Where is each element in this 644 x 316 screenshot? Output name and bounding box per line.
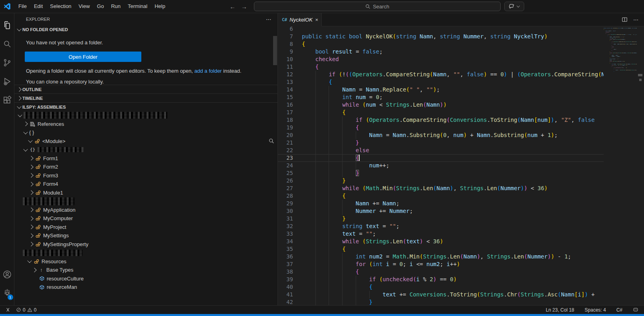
tree-item-references[interactable]: References bbox=[14, 120, 277, 129]
chevron-right-icon[interactable] bbox=[23, 122, 28, 126]
problems-indicator[interactable]: 0 0 bbox=[14, 306, 38, 314]
editor-more-actions-icon[interactable]: ⋯ bbox=[633, 17, 638, 23]
menu-edit[interactable]: Edit bbox=[30, 0, 46, 13]
tree-item-form3[interactable]: Form3 bbox=[14, 171, 277, 180]
menu-file[interactable]: File bbox=[15, 0, 30, 13]
tree-item-myapplication[interactable]: MyApplication bbox=[14, 206, 277, 215]
tree-item-resourceman[interactable]: resourceMan bbox=[14, 283, 277, 292]
indent-guide bbox=[356, 298, 356, 305]
chevron-down-icon[interactable] bbox=[23, 130, 28, 134]
indent-guide bbox=[342, 200, 343, 207]
chevron-right-icon[interactable] bbox=[29, 208, 33, 212]
source-control-activity-icon[interactable] bbox=[1, 55, 14, 71]
vscode-logo-icon bbox=[4, 3, 11, 10]
chevron-right-icon[interactable] bbox=[29, 156, 33, 161]
chevron-down-icon[interactable] bbox=[28, 138, 32, 143]
account-icon[interactable] bbox=[1, 266, 14, 282]
explorer-activity-icon[interactable] bbox=[1, 17, 14, 33]
chevron-right-icon[interactable] bbox=[29, 242, 33, 246]
split-editor-icon[interactable] bbox=[622, 17, 628, 22]
field-icon bbox=[38, 275, 45, 282]
indent-guide bbox=[315, 268, 316, 276]
chevron-right-icon[interactable] bbox=[29, 165, 33, 169]
menu-selection[interactable]: Selection bbox=[46, 0, 75, 13]
tree-item-redacted[interactable] bbox=[14, 248, 277, 257]
tree-item-form1[interactable]: Form1 bbox=[14, 154, 277, 163]
tree-item-form4[interactable]: Form4 bbox=[14, 180, 277, 189]
section-outline[interactable]: OUTLINE bbox=[14, 85, 277, 93]
tree-item-label: resourceCulture bbox=[47, 276, 84, 282]
minimap[interactable]: public static bool NyckelOK(string Namn,… bbox=[604, 26, 637, 305]
cursor-position[interactable]: Ln 23, Col 18 bbox=[544, 306, 576, 314]
menu-terminal[interactable]: Terminal bbox=[124, 0, 151, 13]
chevron-right-icon[interactable] bbox=[32, 268, 36, 272]
indentation-setting[interactable]: Spaces: 4 bbox=[583, 306, 607, 314]
add-a-folder-link[interactable]: add a folder bbox=[194, 68, 222, 74]
copilot-status-icon[interactable] bbox=[631, 306, 640, 314]
indent-guide bbox=[342, 260, 343, 268]
chevron-down-icon[interactable] bbox=[18, 113, 22, 117]
indent-guide bbox=[369, 291, 370, 298]
chevron-down-icon[interactable] bbox=[23, 147, 28, 151]
copilot-menu-button[interactable] bbox=[504, 2, 524, 11]
tree-item-[interactable]: { } bbox=[14, 128, 277, 137]
tree-item-redacted[interactable] bbox=[14, 292, 277, 293]
menu-run[interactable]: Run bbox=[107, 0, 124, 13]
remote-indicator[interactable] bbox=[3, 306, 12, 314]
tree-search-icon[interactable] bbox=[269, 138, 274, 144]
redacted-label bbox=[23, 197, 75, 205]
menu-go[interactable]: Go bbox=[93, 0, 107, 13]
tree-item-redacted[interactable] bbox=[14, 197, 277, 206]
line-number: 26 bbox=[278, 177, 293, 185]
chevron-right-icon[interactable] bbox=[29, 182, 33, 186]
close-tab-icon[interactable]: × bbox=[315, 17, 318, 23]
run-debug-activity-icon[interactable] bbox=[1, 74, 14, 89]
tree-item-redacted[interactable]: {} bbox=[14, 145, 277, 154]
tree-item-resourceculture[interactable]: resourceCulture bbox=[14, 274, 277, 283]
section-timeline[interactable]: TIMELINE bbox=[14, 93, 277, 102]
tree-item-resources[interactable]: Resources bbox=[14, 257, 277, 266]
section-ilspy-assemblies[interactable]: ILSPY: ASSEMBLIES bbox=[14, 102, 277, 111]
tree-item-form2[interactable]: Form2 bbox=[14, 163, 277, 171]
indent-guide bbox=[342, 276, 343, 283]
search-activity-icon[interactable] bbox=[1, 36, 14, 52]
chevron-down-icon[interactable] bbox=[27, 258, 32, 263]
tree-item-mysettingsproperty[interactable]: MySettingsProperty bbox=[14, 240, 277, 249]
tree-item-module1[interactable]: Module1 bbox=[14, 189, 277, 197]
tree-item-module[interactable]: <Module> bbox=[14, 137, 277, 146]
menu-view[interactable]: View bbox=[75, 0, 93, 13]
line-number: 37 bbox=[278, 260, 293, 268]
extensions-activity-icon[interactable] bbox=[1, 92, 14, 108]
menu-help[interactable]: Help bbox=[151, 0, 169, 13]
settings-gear-icon[interactable]: 1 bbox=[1, 285, 14, 301]
code-editor[interactable]: 67public static bool NyckelOK(string Nam… bbox=[278, 26, 644, 305]
code-line-25: 25 } bbox=[278, 169, 604, 177]
command-center-search[interactable]: Search bbox=[254, 2, 501, 11]
tree-item-mysettings[interactable]: MySettings bbox=[14, 231, 277, 240]
line-number: 12 bbox=[278, 71, 293, 78]
tree-item-basetypes[interactable]: ↑Base Types bbox=[14, 266, 277, 274]
line-number: 42 bbox=[278, 298, 293, 305]
explorer-more-actions-icon[interactable]: ⋯ bbox=[266, 16, 272, 22]
chevron-right-icon[interactable] bbox=[29, 191, 33, 195]
tab-nyckelok[interactable]: C# NyckelOK × bbox=[278, 13, 322, 26]
back-icon[interactable]: ← bbox=[230, 3, 236, 10]
chevron-right-icon[interactable] bbox=[29, 225, 33, 229]
chevron-right-icon[interactable] bbox=[29, 173, 33, 178]
section-no-folder-opened[interactable]: NO FOLDER OPENED bbox=[14, 25, 277, 34]
tree-item-myproject[interactable]: MyProject bbox=[14, 223, 277, 232]
indent-guide bbox=[315, 223, 316, 230]
tree-item-label: MyApplication bbox=[43, 207, 75, 213]
chevron-right-icon[interactable] bbox=[29, 216, 33, 221]
tree-item-redacted[interactable] bbox=[14, 111, 277, 120]
line-content: } bbox=[293, 177, 604, 185]
code-line-14: 14 Namn = Namn.Replace(" ", ""); bbox=[278, 86, 604, 93]
tree-item-mycomputer[interactable]: MyComputer bbox=[14, 214, 277, 223]
language-mode[interactable]: C# bbox=[615, 306, 624, 314]
chevron-right-icon[interactable] bbox=[29, 233, 33, 238]
sidebar-scrollbar[interactable] bbox=[273, 36, 277, 65]
forward-icon[interactable]: → bbox=[241, 3, 247, 10]
code-line-35: 35 { bbox=[278, 245, 604, 253]
sidebar-title: EXPLORER bbox=[26, 17, 50, 22]
open-folder-button[interactable]: Open Folder bbox=[25, 52, 141, 62]
